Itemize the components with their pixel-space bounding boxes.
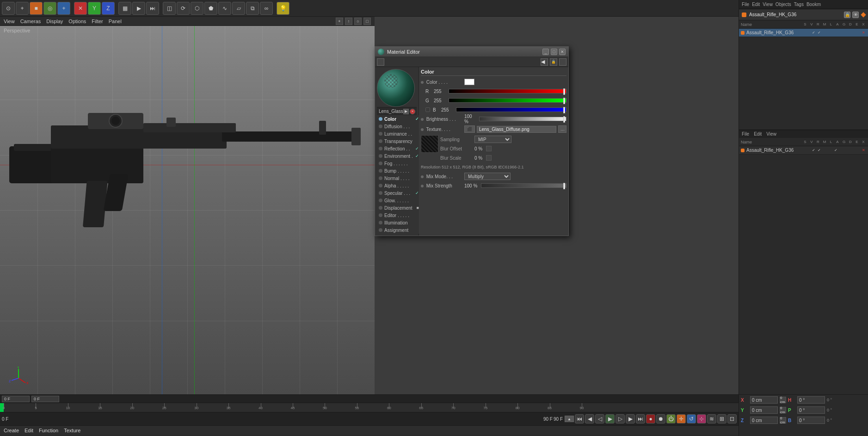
- channel-specular[interactable]: Specular . . . ✓: [377, 189, 421, 197]
- channel-bump[interactable]: Bump . . . . .: [377, 167, 421, 174]
- mix-strength-slider[interactable]: [481, 183, 566, 188]
- channel-alpha[interactable]: Alpha . . . . .: [377, 182, 421, 189]
- texture-load-btn[interactable]: ⬛: [464, 125, 475, 133]
- toolbar-add[interactable]: +: [16, 2, 29, 15]
- channel-diffusion[interactable]: Diffusion . . .: [377, 123, 421, 130]
- transport-prev[interactable]: ◀: [585, 414, 594, 424]
- vp-menu-options[interactable]: Options: [68, 19, 86, 24]
- rp-bookm[interactable]: Bookm: [806, 2, 821, 7]
- toolbar-plus[interactable]: +: [57, 2, 70, 15]
- scale-btn[interactable]: ⊹: [697, 414, 706, 424]
- toolbar-z[interactable]: Z: [102, 2, 115, 15]
- x-pos-field[interactable]: [750, 396, 778, 404]
- r-slider[interactable]: [449, 89, 566, 93]
- mix-mode-dropdown[interactable]: Multiply Normal Add: [464, 173, 511, 180]
- toolbar-skip[interactable]: ⏭: [146, 2, 159, 15]
- mat-close-small[interactable]: ✕: [410, 109, 415, 114]
- record-auto-btn[interactable]: ⏺: [656, 414, 665, 424]
- vp-nav-4[interactable]: □: [363, 18, 371, 25]
- transport-next-frame[interactable]: ▷: [616, 414, 625, 424]
- b-field[interactable]: [797, 417, 825, 424]
- transport-prev-frame[interactable]: ◁: [595, 414, 604, 424]
- rp-view[interactable]: View: [763, 2, 773, 7]
- transport-end[interactable]: ⏭: [636, 414, 645, 424]
- channel-reflection[interactable]: Reflection . . ✓: [377, 145, 421, 152]
- anim-btn[interactable]: ≋: [707, 414, 716, 424]
- texture-more-btn[interactable]: …: [558, 125, 566, 133]
- b-toggle[interactable]: [425, 107, 430, 112]
- snap-btn[interactable]: ⊡: [727, 414, 737, 424]
- obj-vis-btn[interactable]: 👁: [852, 12, 859, 18]
- vp-nav-2[interactable]: ↑: [345, 18, 352, 25]
- toolbar-play[interactable]: ▶: [132, 2, 145, 15]
- lp-edit[interactable]: Edit: [754, 131, 762, 137]
- toolbar-cube[interactable]: ■: [30, 2, 43, 15]
- toolbar-frame[interactable]: ▦: [118, 2, 131, 15]
- timeline-ruler[interactable]: (function() { const ruler = document.get…: [0, 403, 739, 412]
- channel-illumination[interactable]: Illumination: [377, 219, 421, 226]
- mat-tab-edit[interactable]: Edit: [25, 428, 33, 433]
- z-pos-field[interactable]: [750, 417, 778, 424]
- b-slider[interactable]: [456, 107, 566, 112]
- vp-menu-filter[interactable]: Filter: [92, 19, 103, 24]
- current-time-display[interactable]: 0 F: [31, 396, 59, 402]
- toolbar-rect[interactable]: ▱: [232, 2, 245, 15]
- move-btn[interactable]: ✛: [677, 414, 686, 424]
- viewport[interactable]: Perspective X Y Z: [0, 26, 375, 394]
- transport-start[interactable]: ⏮: [575, 414, 584, 424]
- blur-scale-spin[interactable]: [486, 155, 492, 161]
- toolbar-circle[interactable]: ◎: [43, 2, 56, 15]
- mat-tab-create[interactable]: Create: [4, 428, 19, 433]
- obj-lock-btn[interactable]: 🔒: [844, 12, 850, 18]
- toolbar-y[interactable]: Y: [88, 2, 101, 15]
- transport-next[interactable]: ▶: [626, 414, 635, 424]
- toolbar-icon-0[interactable]: ⊙: [2, 2, 15, 15]
- channel-normal[interactable]: Normal . . . .: [377, 174, 421, 182]
- power-btn[interactable]: ⏻: [666, 414, 676, 424]
- vp-menu-display[interactable]: Display: [46, 19, 63, 24]
- blur-offset-spin[interactable]: [486, 146, 492, 151]
- lp-view[interactable]: View: [766, 131, 776, 137]
- mat-lock-icon[interactable]: 🔒: [550, 58, 557, 66]
- rp-edit[interactable]: Edit: [752, 2, 760, 7]
- channel-transparency[interactable]: Transparency: [377, 137, 421, 145]
- mat-minimize-btn[interactable]: _: [542, 49, 549, 55]
- channel-editor[interactable]: Editor . . . . .: [377, 212, 421, 219]
- vp-nav-3[interactable]: ○: [354, 18, 362, 25]
- toolbar-light[interactable]: 💡: [277, 2, 289, 15]
- rp-file[interactable]: File: [742, 2, 749, 7]
- lower-object-item[interactable]: Assault_Rifle_HK_G36 ✓ ✓ ✓ ✕: [739, 146, 868, 155]
- p-field[interactable]: [797, 406, 825, 414]
- brightness-slider[interactable]: [479, 117, 566, 121]
- toolbar-rotate[interactable]: ⟳: [177, 2, 190, 15]
- vp-menu-cameras[interactable]: Cameras: [20, 19, 41, 24]
- lp-file[interactable]: File: [742, 131, 749, 137]
- transport-play[interactable]: ▶: [605, 414, 615, 424]
- grid-btn[interactable]: ⊞: [717, 414, 726, 424]
- rotate-btn[interactable]: ↺: [687, 414, 696, 424]
- toolbar-wave[interactable]: ∿: [218, 2, 231, 15]
- vp-menu-view[interactable]: View: [4, 19, 15, 24]
- start-frame-display[interactable]: 0 F: [2, 396, 30, 402]
- channel-displacement[interactable]: Displacement ■: [377, 204, 421, 212]
- scene-object-item[interactable]: Assault_Rifle_HK_G36 ✓ ✓ ✕: [739, 29, 868, 37]
- toolbar-spline[interactable]: ⬟: [204, 2, 217, 15]
- channel-glow[interactable]: Glow. . . . . .: [377, 197, 421, 204]
- mat-toolbar-icon-2[interactable]: ◀: [541, 58, 548, 66]
- mat-arrow-btn[interactable]: ▶: [403, 109, 409, 114]
- h-field[interactable]: [797, 396, 825, 404]
- mat-tab-texture[interactable]: Texture: [64, 428, 80, 433]
- g-slider[interactable]: [449, 98, 566, 103]
- record-btn[interactable]: ●: [646, 414, 655, 424]
- rp-tags[interactable]: Tags: [794, 2, 804, 7]
- color-swatch[interactable]: [464, 79, 474, 85]
- channel-environment[interactable]: Environment . ✓: [377, 152, 421, 160]
- sampling-dropdown[interactable]: MIP: [474, 136, 511, 143]
- toolbar-grid[interactable]: ⧉: [246, 2, 259, 15]
- mat-tab-function[interactable]: Function: [39, 428, 58, 433]
- toolbar-x[interactable]: ✕: [74, 2, 87, 15]
- y-pos-field[interactable]: [750, 406, 778, 414]
- channel-fog[interactable]: Fog . . . . . .: [377, 160, 421, 167]
- mat-maximize-btn[interactable]: □: [551, 49, 557, 55]
- mat-close-btn[interactable]: ✕: [559, 49, 566, 55]
